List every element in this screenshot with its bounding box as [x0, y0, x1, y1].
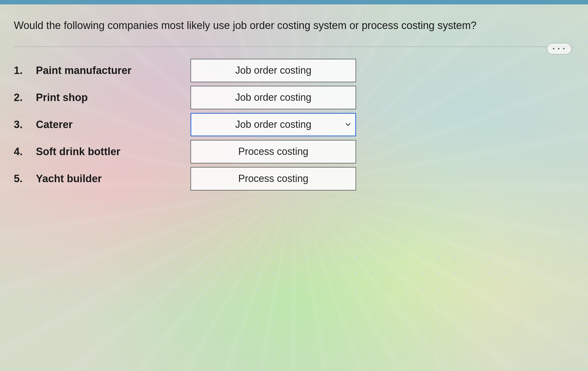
- answer-box-3[interactable]: Job order costing: [190, 113, 356, 136]
- dropdown-arrow-icon[interactable]: [344, 121, 352, 128]
- answer-text-4: Process costing: [238, 146, 308, 157]
- answer-box-1[interactable]: Job order costing: [190, 59, 356, 82]
- item-number-2: 2.: [14, 92, 36, 104]
- item-number-1: 1.: [14, 65, 36, 76]
- answer-box-4[interactable]: Process costing: [190, 140, 356, 163]
- question-text: Would the following companies most likel…: [14, 18, 574, 33]
- item-label-print-shop: Print shop: [36, 92, 190, 104]
- item-number-3: 3.: [14, 119, 36, 131]
- item-label-caterer: Caterer: [36, 119, 190, 131]
- item-row-5: 5. Yacht builder Process costing: [14, 166, 574, 191]
- content-area: Would the following companies most likel…: [0, 4, 588, 371]
- item-label-soft-drink-bottler: Soft drink bottler: [36, 146, 190, 158]
- more-options-button[interactable]: • • •: [547, 43, 571, 54]
- item-label-paint-manufacturer: Paint manufacturer: [36, 65, 190, 76]
- item-number-4: 4.: [14, 146, 36, 158]
- answer-box-5[interactable]: Process costing: [190, 167, 356, 190]
- item-row-1: 1. Paint manufacturer Job order costing: [14, 58, 574, 83]
- answer-box-2[interactable]: Job order costing: [190, 86, 356, 109]
- item-row-4: 4. Soft drink bottler Process costing: [14, 139, 574, 164]
- divider: [14, 47, 574, 47]
- answer-text-2: Job order costing: [235, 92, 311, 103]
- item-number-5: 5.: [14, 173, 36, 185]
- top-bar: [0, 0, 588, 4]
- answer-text-1: Job order costing: [235, 65, 311, 76]
- answer-text-5: Process costing: [238, 173, 308, 184]
- answer-text-3: Job order costing: [235, 119, 311, 130]
- items-container: 1. Paint manufacturer Job order costing …: [14, 58, 574, 193]
- item-row-2: 2. Print shop Job order costing: [14, 85, 574, 110]
- item-label-yacht-builder: Yacht builder: [36, 173, 190, 185]
- item-row-3: 3. Caterer Job order costing: [14, 112, 574, 137]
